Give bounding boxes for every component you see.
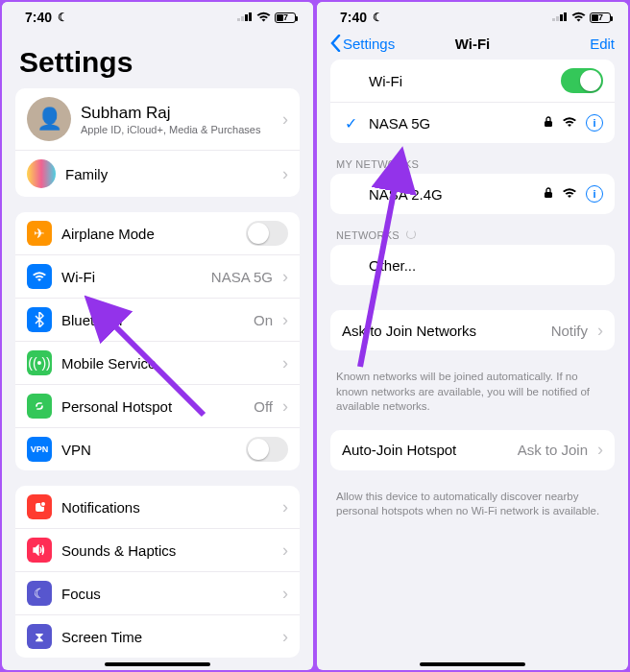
cell-signal-icon (237, 10, 253, 25)
ask-join-group: Ask to Join Networks Notify › (330, 310, 615, 350)
bell-icon (27, 494, 52, 519)
chevron-icon: › (282, 540, 288, 561)
cell-signal-icon (552, 10, 568, 25)
apple-id-row[interactable]: 👤 Subham Raj Apple ID, iCloud+, Media & … (15, 88, 300, 151)
wifi-icon (571, 10, 586, 25)
hotspot-detail: Off (254, 398, 273, 415)
notifications-group: Notifications › Sounds & Haptics › ☾ Foc… (15, 486, 300, 658)
screentime-row[interactable]: ⧗ Screen Time › (15, 615, 300, 658)
airplane-icon: ✈ (27, 221, 52, 246)
airplane-toggle[interactable] (246, 221, 288, 246)
auto-join-label: Auto-Join Hotspot (342, 442, 508, 458)
screentime-label: Screen Time (61, 629, 273, 645)
other-row[interactable]: Other... (330, 245, 615, 285)
other-label: Other... (369, 257, 603, 274)
info-icon[interactable]: i (586, 114, 603, 132)
wifi-toggle-row[interactable]: Wi-Fi (330, 60, 615, 103)
ask-join-detail: Notify (551, 323, 588, 339)
apple-id-group: 👤 Subham Raj Apple ID, iCloud+, Media & … (15, 88, 300, 197)
chevron-icon: › (597, 440, 603, 460)
wifi-toggle-label: Wi-Fi (369, 73, 551, 89)
hotspot-label: Personal Hotspot (61, 398, 244, 415)
family-row[interactable]: Family › (15, 151, 300, 197)
settings-screen: 7:40 ☾ 37 Settings 👤 Subham Raj Apple ID… (2, 2, 313, 670)
bluetooth-detail: On (254, 312, 273, 328)
bluetooth-row[interactable]: Bluetooth On › (15, 299, 300, 342)
home-indicator (105, 662, 210, 666)
dnd-icon: ☾ (58, 11, 68, 24)
bluetooth-label: Bluetooth (61, 312, 244, 328)
battery-icon: 37 (590, 12, 611, 23)
spinner-icon (406, 229, 416, 239)
chevron-icon: › (282, 497, 288, 517)
wifi-row[interactable]: Wi-Fi NASA 5G › (15, 255, 300, 299)
chevron-left-icon (330, 35, 341, 52)
connected-label: NASA 5G (369, 115, 534, 132)
edit-button[interactable]: Edit (590, 36, 615, 52)
mobile-label: Mobile Service (61, 355, 273, 372)
chevron-icon: › (597, 321, 603, 341)
focus-row[interactable]: ☾ Focus › (15, 572, 300, 615)
status-time: 7:40 (25, 10, 52, 25)
wifi-toggle[interactable] (561, 68, 603, 93)
vpn-label: VPN (61, 442, 236, 458)
svg-rect-2 (245, 14, 248, 21)
moon-icon: ☾ (27, 581, 52, 606)
sounds-row[interactable]: Sounds & Haptics › (15, 529, 300, 572)
ask-join-label: Ask to Join Networks (342, 323, 542, 339)
speaker-icon (27, 538, 52, 563)
airplane-row[interactable]: ✈ Airplane Mode (15, 212, 300, 255)
family-label: Family (65, 166, 273, 182)
ask-join-footer: Known networks will be joined automatica… (330, 366, 615, 415)
chevron-icon: › (282, 310, 288, 330)
chevron-icon: › (282, 627, 288, 647)
bluetooth-icon (27, 307, 52, 332)
avatar: 👤 (27, 97, 71, 141)
chevron-icon: › (282, 109, 288, 130)
auto-join-detail: Ask to Join (518, 442, 588, 458)
navbar: Settings Wi-Fi Edit (317, 29, 628, 60)
my-networks-header: My Networks (330, 158, 615, 174)
family-avatar-icon (27, 159, 56, 188)
chevron-icon: › (282, 267, 288, 287)
svg-rect-10 (560, 14, 563, 21)
networks-header: Networks (330, 229, 615, 245)
info-icon[interactable]: i (586, 185, 603, 203)
mobile-row[interactable]: ((•)) Mobile Service › (15, 342, 300, 385)
notifications-row[interactable]: Notifications › (15, 486, 300, 529)
network-label: NASA 2.4G (369, 186, 534, 203)
vpn-row[interactable]: VPN VPN (15, 428, 300, 470)
svg-rect-0 (237, 18, 240, 21)
vpn-toggle[interactable] (246, 437, 288, 462)
auto-join-row[interactable]: Auto-Join Hotspot Ask to Join › (330, 430, 615, 470)
wifi-label: Wi-Fi (61, 269, 202, 285)
user-name: Subham Raj (81, 104, 273, 123)
back-button[interactable]: Settings (330, 35, 395, 52)
sounds-label: Sounds & Haptics (61, 542, 273, 559)
lock-icon (544, 114, 553, 132)
my-networks-group: NASA 2.4G i (330, 174, 615, 214)
svg-point-6 (41, 502, 45, 506)
status-bar: 7:40 ☾ 37 (317, 2, 628, 29)
svg-rect-9 (556, 16, 559, 21)
connectivity-group: ✈ Airplane Mode Wi-Fi NASA 5G › Bluetoot… (15, 212, 300, 470)
wifi-signal-icon (563, 185, 576, 203)
hotspot-row[interactable]: Personal Hotspot Off › (15, 385, 300, 428)
ask-join-row[interactable]: Ask to Join Networks Notify › (330, 310, 615, 350)
svg-rect-8 (552, 18, 555, 21)
svg-rect-11 (564, 12, 567, 21)
chevron-icon: › (282, 584, 288, 604)
focus-label: Focus (61, 586, 273, 602)
dnd-icon: ☾ (373, 11, 383, 24)
check-icon: ✓ (342, 114, 359, 132)
wifi-detail: NASA 5G (211, 269, 273, 285)
lock-icon (544, 185, 553, 203)
connected-network-row[interactable]: ✓ NASA 5G i (330, 103, 615, 143)
network-row[interactable]: NASA 2.4G i (330, 174, 615, 214)
vpn-icon: VPN (27, 437, 52, 462)
auto-join-footer: Allow this device to automatically disco… (330, 486, 615, 519)
antenna-icon: ((•)) (27, 350, 52, 375)
battery-icon: 37 (275, 12, 296, 23)
chevron-icon: › (282, 396, 288, 417)
wifi-toggle-group: Wi-Fi ✓ NASA 5G i (330, 60, 615, 143)
